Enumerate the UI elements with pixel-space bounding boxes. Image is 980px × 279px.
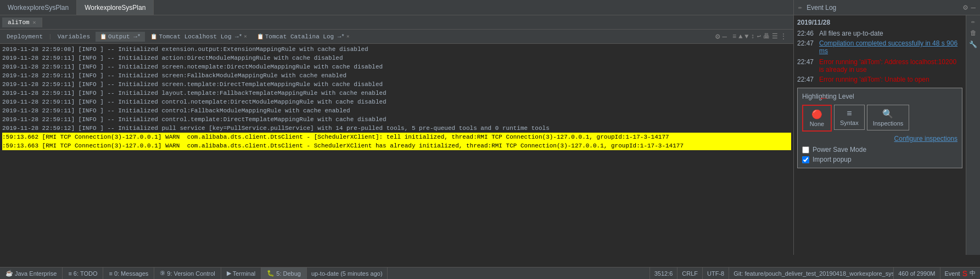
run-tab-label: aliTom [8, 19, 30, 26]
s-icon[interactable]: S [962, 269, 967, 278]
minimize-icon[interactable]: — [723, 32, 727, 41]
status-tab-messages[interactable]: ≡ 0: Messages [103, 267, 154, 280]
charset-text: UTF-8 [707, 270, 724, 277]
power-save-checkbox[interactable] [802, 146, 809, 153]
output-icon: 📋 [100, 33, 107, 40]
edit-icon[interactable]: ✏ [798, 3, 802, 12]
subtab-tomcat-catalina[interactable]: 📋 Tomcat Catalina Log →* ✕ [253, 32, 354, 42]
zh-icon[interactable]: 中 [970, 269, 976, 277]
git-status-left: up-to-date (5 minutes ago) [307, 267, 388, 280]
wrap-icon[interactable]: ↩ [757, 32, 761, 41]
log-line-7: 2019-11-28 22:59:11] [INFO ] -- Initiali… [2, 98, 791, 106]
status-tab-vcs[interactable]: ⑨ 9: Version Control [154, 267, 221, 280]
sub-tab-bar: Deployment | Variables 📋 Output →* 📋 Tom… [0, 30, 793, 44]
top-tab-bar: WorkexploreSysPlan WorkexploreSysPlan [0, 0, 793, 15]
git-uptodate-label: up-to-date (5 minutes ago) [311, 270, 383, 277]
highlight-syntax-btn[interactable]: ≡ Syntax [834, 105, 865, 130]
red-arrow: ← [819, 93, 828, 104]
subtab-variables[interactable]: Variables [53, 32, 94, 42]
log-line-5: 2019-11-28 22:59:11] [INFO ] -- Initiali… [2, 80, 791, 89]
vcs-label: 9: Version Control [167, 270, 215, 277]
down-icon[interactable]: ▼ [744, 33, 748, 41]
highlighting-popup: Highlighting Level 🔴 None ≡ Syntax [797, 88, 962, 168]
wrench-icon[interactable]: 🔧 [969, 41, 977, 49]
event-date: 2019/11/28 [797, 19, 962, 26]
todo-label: 6: TODO [74, 270, 98, 277]
event-text-1: All files are up-to-date [819, 30, 883, 37]
configure-inspections-link[interactable]: Configure inspections [894, 135, 957, 143]
status-tab-java[interactable]: ☕ Java Enterprise [0, 267, 63, 280]
more-icon[interactable]: ⋮ [780, 32, 787, 41]
subtab-tomcat-localhost[interactable]: 📋 Tomcat Localhost Log →* ✕ [146, 32, 251, 42]
right-icon-strip: ✏ 🗑 🔧 [966, 15, 980, 255]
filter-icon[interactable]: ≡ [732, 33, 736, 41]
right-corner-icons: Event S 中 [940, 267, 980, 280]
git-branch-indicator[interactable]: Git: feature/pouch_deliver_test_20190418… [729, 267, 893, 280]
event-time-3: 22:47 [797, 58, 819, 73]
subtab-tomcat-catalina-label: Tomcat Catalina Log →* [265, 33, 345, 40]
gear-icon[interactable]: ⚙ [715, 32, 720, 41]
subtab-output-label: Output →* [108, 33, 141, 40]
highlight-none-btn[interactable]: 🔴 None [802, 105, 832, 132]
terminal-label: Terminal [233, 270, 256, 277]
tab-label: WorkexploreSysPlan [8, 4, 69, 12]
highlight-inspections-btn[interactable]: 🔍 Inspections [867, 105, 910, 130]
event-item-3: 22:47 Error running 'aliTom': Address lo… [797, 58, 962, 73]
subtab-deployment-label: Deployment [7, 33, 43, 40]
list-icon[interactable]: ☰ [772, 32, 778, 41]
messages-label: 0: Messages [114, 270, 148, 277]
log-line-3: 2019-11-28 22:59:11] [INFO ] -- Initiali… [2, 62, 791, 71]
position-indicator[interactable]: 3512:6 [649, 267, 677, 280]
syntax-icon: ≡ [847, 109, 852, 118]
position-text: 3512:6 [654, 270, 673, 277]
close-tomcat-localhost-icon[interactable]: ✕ [244, 33, 247, 39]
error-text-2: Error running 'aliTom': Unable to open [819, 76, 929, 83]
trash-icon[interactable]: 🗑 [970, 29, 977, 37]
inspections-icon: 🔍 [882, 109, 893, 119]
import-popup-checkbox[interactable] [802, 156, 809, 163]
run-tab-alitom[interactable]: aliTom ✕ [2, 18, 42, 27]
debug-icon: 🐛 [267, 270, 275, 277]
event-log-panel: ✏ 🗑 🔧 2019/11/28 22:46 All files are up-… [793, 15, 980, 255]
log-line-12: :59:13.663 [RMI TCP Connection(3)-127.0.… [2, 141, 791, 150]
pencil-icon[interactable]: ✏ [971, 18, 975, 26]
scroll-icon[interactable]: ↕ [751, 33, 755, 41]
tab-workexplore1[interactable]: WorkexploreSysPlan [0, 0, 77, 15]
configure-link-container: Configure inspections [802, 135, 957, 143]
log-line-4: 2019-11-28 22:59:11] [INFO ] -- Initiali… [2, 71, 791, 80]
log-line-2: 2019-11-28 22:59:11] [INFO ] -- Initiali… [2, 54, 791, 62]
subtab-deployment[interactable]: Deployment [2, 32, 47, 42]
compilation-link[interactable]: Compilation completed successfully in 48… [819, 39, 962, 55]
todo-icon: ≡ [68, 270, 71, 277]
print-icon[interactable]: 🖶 [763, 32, 770, 41]
tab-label2: WorkexploreSysPlan [85, 4, 145, 12]
subtab-output[interactable]: 📋 Output →* [96, 32, 145, 42]
event-time-1: 22:46 [797, 30, 819, 37]
charset-indicator[interactable]: UTF-8 [702, 267, 729, 280]
status-tab-todo[interactable]: ≡ 6: TODO [63, 267, 103, 280]
event-icon[interactable]: Event [945, 270, 960, 277]
close-tomcat-catalina-icon[interactable]: ✕ [346, 33, 349, 39]
status-tabs: ☕ Java Enterprise ≡ 6: TODO ≡ 0: Message… [0, 267, 307, 280]
status-bar: ☕ Java Enterprise ≡ 6: TODO ≡ 0: Message… [0, 267, 980, 279]
status-tab-debug[interactable]: 🐛 5: Debug [261, 267, 307, 280]
crlf-indicator[interactable]: CRLF [677, 267, 702, 280]
status-tab-terminal[interactable]: ▶ Terminal [221, 267, 262, 280]
line-count-indicator[interactable]: 460 of 2990M [893, 267, 939, 280]
event-item-1: 22:46 All files are up-to-date [797, 30, 962, 37]
event-log-gear-icon[interactable]: ⚙ [963, 3, 967, 12]
console-output: 2019-11-28 22:59:08] [INFO ] -- Initiali… [0, 44, 793, 255]
none-label: None [810, 121, 824, 127]
up-icon[interactable]: ▲ [738, 33, 742, 41]
event-item-4: 22:47 Error running 'aliTom': Unable to … [797, 76, 962, 83]
log-line-6: 2019-11-28 22:59:11] [INFO ] -- Initiali… [2, 89, 791, 98]
vcs-icon: ⑨ [160, 270, 165, 277]
tomcat-localhost-icon: 📋 [150, 33, 157, 40]
event-log-minimize-icon[interactable]: — [971, 3, 976, 12]
inspections-label: Inspections [873, 120, 904, 127]
terminal-icon: ▶ [227, 270, 231, 277]
tomcat-catalina-icon: 📋 [257, 33, 264, 40]
tab-workexplore2[interactable]: WorkexploreSysPlan [77, 0, 154, 15]
event-log-header: ✏ Event Log ⚙ — [793, 0, 980, 15]
close-icon[interactable]: ✕ [33, 19, 36, 26]
